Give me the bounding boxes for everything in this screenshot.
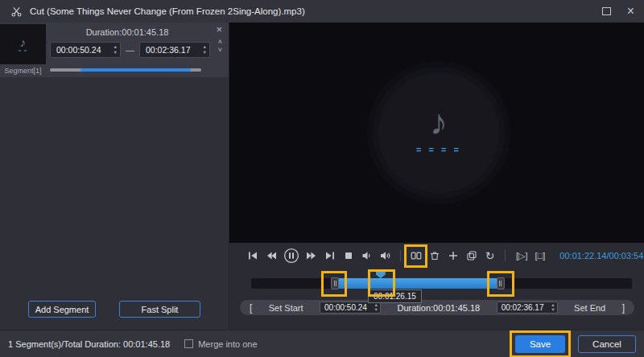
segment-start-input[interactable]: 00:00:50.24 ▲ ▼ — [50, 42, 121, 58]
fast-split-button[interactable]: Fast Split — [119, 301, 200, 318]
spinner-down-icon[interactable]: ▼ — [203, 51, 207, 55]
right-bracket: ] — [622, 302, 625, 314]
chevron-up-icon[interactable]: ˄ — [218, 39, 222, 46]
set-end-button[interactable]: Set End — [574, 303, 605, 313]
stop-icon[interactable] — [341, 249, 355, 263]
spinner-down-icon[interactable]: ▼ — [551, 308, 555, 313]
skip-end-icon[interactable] — [323, 249, 336, 263]
end-spinner[interactable]: ▲ ▼ — [203, 45, 207, 55]
trim-end-input[interactable]: 00:02:36.17 ▲ ▼ — [497, 302, 558, 314]
timeline-track[interactable] — [251, 278, 632, 289]
segment-time-row: 00:00:50.24 ▲ ▼ — 00:02:36.17 ▲ ▼ — [50, 42, 210, 58]
add-icon[interactable] — [446, 249, 460, 263]
segment-duration-label: Duration:00:01:45.18 — [48, 27, 206, 37]
start-spinner[interactable]: ▲ ▼ — [114, 45, 118, 55]
spinner-down-icon[interactable]: ▼ — [374, 308, 378, 313]
split-segment-icon[interactable] — [409, 249, 423, 263]
delete-segment-icon[interactable] — [427, 249, 441, 263]
cut-dialog: Cut (Some Things Never Change (From Froz… — [0, 0, 644, 357]
left-bracket: [ — [250, 302, 252, 314]
window-title: Cut (Some Things Never Change (From Froz… — [30, 6, 305, 16]
spinner-down-icon[interactable]: ▼ — [114, 51, 118, 55]
footer-bar: 1 Segment(s)/Total Duration: 00:01:45.18… — [0, 330, 644, 357]
merge-checkbox-label: Merge into one — [198, 339, 257, 349]
chevron-down-icon[interactable]: ˅ — [218, 47, 222, 54]
copy-segment-icon[interactable] — [464, 249, 478, 263]
timeline-selection[interactable] — [335, 278, 501, 289]
spinner-up-icon[interactable]: ▲ — [114, 45, 118, 50]
playhead-tooltip: 00:01:26.15 — [368, 289, 422, 303]
spinner-up-icon[interactable]: ▲ — [203, 45, 207, 50]
timeline-playhead[interactable] — [376, 271, 386, 278]
trim-start-input[interactable]: 00:00:50.24 ▲ ▼ — [320, 302, 381, 314]
volume-high-icon[interactable] — [378, 249, 392, 263]
time-display: 00:01:22.14/00:03:54.07 — [559, 251, 644, 261]
equalizer-icon: = = — [19, 48, 28, 53]
reset-icon[interactable]: ↻ — [483, 249, 497, 263]
fast-forward-icon[interactable] — [304, 249, 318, 263]
preview-play-button[interactable]: [▷] — [516, 251, 528, 261]
timeline-handle-right[interactable] — [497, 277, 505, 289]
divider — [505, 250, 506, 261]
trim-bar: [ Set Start 00:00:50.24 ▲ ▼ Duration:00:… — [229, 299, 644, 318]
equalizer-icon: = = = = — [416, 145, 461, 154]
merge-checkbox-group: Merge into one — [184, 339, 257, 349]
skip-start-icon[interactable] — [246, 249, 259, 263]
close-button[interactable]: × — [627, 5, 634, 18]
add-segment-button[interactable]: Add Segment — [28, 301, 96, 318]
title-bar: Cut (Some Things Never Change (From Froz… — [0, 0, 644, 23]
play-pause-button[interactable] — [283, 248, 299, 265]
preview-area: ♪ = = = = — [229, 23, 644, 243]
segment-card: ♪ = = × ˄ ˅ Duration:00:01:45.18 00:00:5… — [0, 23, 229, 77]
segment-label: Segment[1] — [0, 67, 46, 75]
segment-thumbnail[interactable]: ♪ = = — [0, 24, 46, 64]
preview-frame-button[interactable]: [□] — [535, 251, 546, 261]
cancel-button[interactable]: Cancel — [578, 335, 636, 353]
scissors-icon — [10, 5, 23, 18]
trim-start-spinner[interactable]: ▲ ▼ — [374, 303, 378, 313]
trim-end-spinner[interactable]: ▲ ▼ — [551, 303, 555, 313]
maximize-button[interactable] — [602, 7, 611, 15]
trim-duration-label: Duration:00:01:45.18 — [397, 303, 480, 313]
transport-controls: ↻ [▷] [□] 00:01:22.14/00:03:54.07 — [229, 243, 644, 269]
audio-disc: ♪ = = = = — [378, 72, 499, 193]
segment-range-bar[interactable] — [50, 68, 201, 72]
timeline: 00:01:26.15 — [229, 269, 644, 299]
divider — [400, 250, 401, 261]
remove-segment-icon[interactable]: × — [216, 24, 222, 35]
range-separator: — — [126, 45, 134, 55]
segment-range-fill — [80, 68, 191, 72]
segment-panel: ♪ = = × ˄ ˅ Duration:00:01:45.18 00:00:5… — [0, 23, 229, 330]
save-button[interactable]: Save — [515, 335, 565, 353]
preview-buttons: [▷] [□] 00:01:22.14/00:03:54.07 — [502, 250, 644, 261]
segments-summary: 1 Segment(s)/Total Duration: 00:01:45.18 — [8, 339, 170, 349]
timeline-handle-left[interactable] — [331, 277, 339, 289]
rewind-icon[interactable] — [264, 249, 278, 263]
set-start-button[interactable]: Set Start — [269, 303, 303, 313]
music-note-icon: ♪ — [20, 36, 27, 48]
merge-checkbox[interactable] — [184, 339, 193, 348]
segment-end-input[interactable]: 00:02:36.17 ▲ ▼ — [139, 42, 210, 58]
music-note-icon: ♪ — [430, 105, 448, 140]
volume-low-icon[interactable] — [360, 249, 374, 263]
